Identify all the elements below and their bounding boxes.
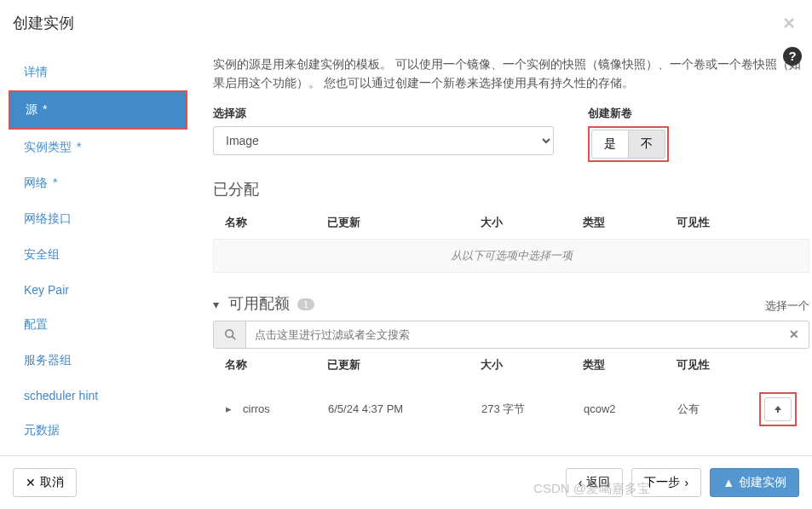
sidebar-item-label: 详情 [24,65,48,78]
modal-title: 创建实例 [13,13,74,33]
col-type: 类型 [583,215,677,230]
col-type: 类型 [583,357,677,373]
create-button[interactable]: ▲创建实例 [710,468,799,497]
sidebar-item-label: 网络接口 [24,211,72,225]
sidebar-item-ports[interactable]: 网络接口 [9,201,187,237]
source-select[interactable]: Image [213,126,554,155]
cancel-button[interactable]: ✕取消 [13,468,77,497]
col-updated: 已更新 [327,215,481,230]
allocated-empty: 从以下可选项中选择一项 [213,239,809,273]
allocate-button[interactable] [764,397,792,421]
col-name: 名称 [225,215,327,230]
close-icon[interactable]: × [783,13,795,33]
allocated-table-header: 名称 已更新 大小 类型 可见性 [213,206,809,239]
sidebar-item-metadata[interactable]: 元数据 [9,413,187,448]
sidebar-item-label: Key Pair [24,283,69,297]
volume-yes-button[interactable]: 是 [591,130,629,159]
expand-icon[interactable] [226,402,243,415]
sidebar-item-keypair[interactable]: Key Pair [9,273,187,307]
sidebar: 详情 源 * 实例类型 * 网络 * 网络接口 安全组 Key Pair 配置 … [9,46,187,438]
sidebar-item-label: 服务器组 [24,353,72,367]
sidebar-item-networks[interactable]: 网络 * [9,165,187,201]
cell-name: cirros [243,402,328,415]
search-bar: ✕ [213,321,809,349]
sidebar-item-flavor[interactable]: 实例类型 * [9,130,187,165]
col-name: 名称 [225,357,327,373]
description-text: 实例的源是用来创建实例的模板。 可以使用一个镜像、一个实例的快照（镜像快照）、一… [213,55,809,93]
main-content: 实例的源是用来创建实例的模板。 可以使用一个镜像、一个实例的快照（镜像快照）、一… [187,46,812,438]
allocated-title: 已分配 [213,179,809,200]
required-asterisk: * [49,176,57,189]
required-asterisk: * [39,102,47,116]
col-size: 大小 [481,357,583,373]
sidebar-item-label: 元数据 [24,423,60,437]
cell-updated: 6/5/24 4:37 PM [328,402,481,415]
search-input[interactable] [246,321,780,348]
volume-no-button[interactable]: 不 [629,130,665,159]
sidebar-item-config[interactable]: 配置 [9,307,187,343]
available-count-badge: 1 [297,298,314,310]
back-button[interactable]: ‹返回 [566,468,624,497]
col-visibility: 可见性 [677,357,753,373]
available-table-header: 名称 已更新 大小 类型 可见性 [213,349,809,381]
col-size: 大小 [481,215,583,230]
col-updated: 已更新 [327,357,481,373]
clear-search-icon[interactable]: ✕ [780,321,809,348]
sidebar-item-details[interactable]: 详情 [9,55,187,90]
svg-line-1 [232,337,235,340]
cell-size: 273 字节 [481,402,584,417]
close-icon: ✕ [26,476,36,489]
available-title[interactable]: 可用配额 1 选择一个 [213,293,809,314]
select-one-hint: 选择一个 [765,298,809,314]
sidebar-item-security[interactable]: 安全组 [9,237,187,273]
required-asterisk: * [73,140,81,153]
search-icon[interactable] [214,321,246,348]
chevron-left-icon: ‹ [579,476,583,489]
source-label: 选择源 [213,106,554,121]
sidebar-item-label: scheduler hint [24,389,98,402]
sidebar-item-source[interactable]: 源 * [9,90,187,130]
launch-icon: ▲ [723,476,734,489]
svg-point-0 [225,330,233,338]
sidebar-item-scheduler[interactable]: scheduler hint [9,379,187,413]
sidebar-item-label: 配置 [24,317,48,331]
sidebar-item-label: 安全组 [24,247,60,261]
chevron-right-icon: › [684,476,688,489]
sidebar-item-servergroup[interactable]: 服务器组 [9,343,187,379]
next-button[interactable]: 下一步› [631,468,701,497]
create-volume-label: 创建新卷 [588,106,809,121]
sidebar-item-label: 源 [26,102,37,116]
sidebar-item-label: 网络 [24,176,48,189]
table-row[interactable]: cirros 6/5/24 4:37 PM 273 字节 qcow2 公有 [213,381,809,437]
sidebar-item-label: 实例类型 [24,140,72,153]
cell-type: qcow2 [584,402,677,415]
chevron-down-icon [213,298,219,311]
help-icon[interactable]: ? [783,47,802,66]
cell-visibility: 公有 [677,402,754,417]
col-visibility: 可见性 [677,215,753,230]
footer: ✕取消 ‹返回 下一步› ▲创建实例 [0,455,812,509]
